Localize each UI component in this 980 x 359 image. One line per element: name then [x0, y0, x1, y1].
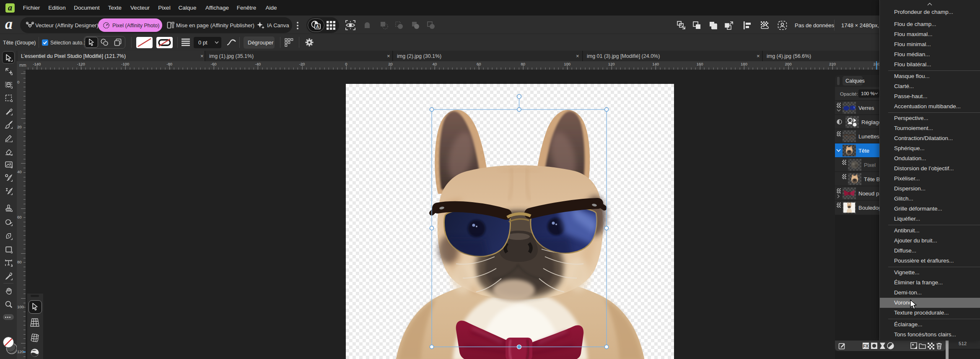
svg-text:a: a [5, 18, 13, 32]
svg-text:FX: FX [863, 343, 869, 349]
svg-text:A: A [316, 24, 319, 29]
